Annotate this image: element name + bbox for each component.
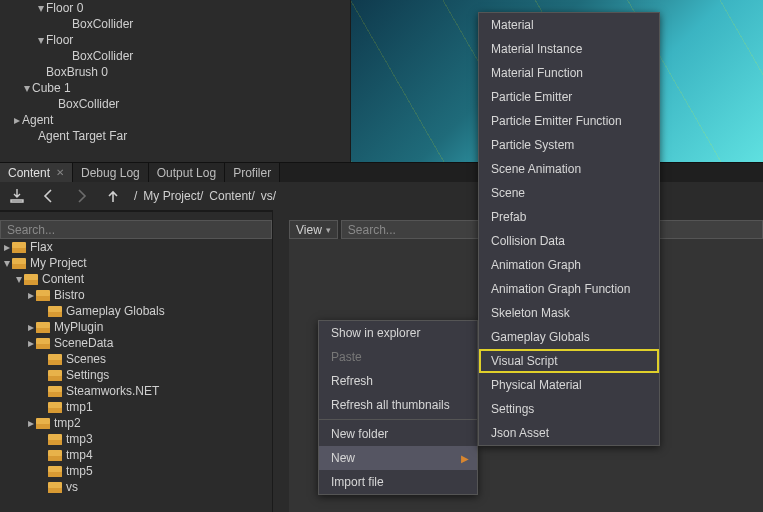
tab-output-log[interactable]: Output Log — [149, 163, 225, 182]
menu-item-label: Scene — [491, 186, 525, 200]
menu-item-label: Import file — [331, 475, 384, 489]
menu-item[interactable]: Material — [479, 13, 659, 37]
menu-item[interactable]: Settings — [479, 397, 659, 421]
tree-item[interactable]: Steamworks.NET — [0, 383, 272, 399]
menu-item[interactable]: Collision Data — [479, 229, 659, 253]
nav-up-icon[interactable] — [102, 185, 124, 207]
breadcrumb[interactable]: /My Project/Content/vs/ — [134, 189, 276, 203]
menu-item[interactable]: Physical Material — [479, 373, 659, 397]
expand-toggle-icon[interactable]: ▾ — [36, 0, 46, 16]
tab-content[interactable]: Content✕ — [0, 163, 73, 182]
tree-item-label: tmp1 — [66, 400, 93, 414]
folder-icon — [12, 242, 26, 253]
expand-toggle-icon[interactable]: ▸ — [2, 240, 12, 254]
expand-toggle-icon[interactable]: ▸ — [12, 112, 22, 128]
scene-item-label: Agent — [22, 112, 53, 128]
tab-label: Debug Log — [81, 166, 140, 180]
project-search-input[interactable]: Search... — [0, 220, 272, 239]
tree-item[interactable]: tmp1 — [0, 399, 272, 415]
tree-item[interactable]: ▸MyPlugin — [0, 319, 272, 335]
menu-item[interactable]: New▶ — [319, 446, 477, 470]
folder-icon — [48, 354, 62, 365]
menu-item[interactable]: Json Asset — [479, 421, 659, 445]
tree-item-label: MyPlugin — [54, 320, 103, 334]
breadcrumb-segment[interactable]: vs/ — [261, 189, 276, 203]
tab-debug-log[interactable]: Debug Log — [73, 163, 149, 182]
menu-item-label: Particle Emitter Function — [491, 114, 622, 128]
menu-item[interactable]: New folder — [319, 422, 477, 446]
scene-item[interactable]: BoxCollider — [0, 48, 350, 64]
tree-item[interactable]: vs — [0, 479, 272, 495]
close-icon[interactable]: ✕ — [56, 167, 64, 178]
expand-toggle-icon[interactable]: ▾ — [22, 80, 32, 96]
menu-item[interactable]: Gameplay Globals — [479, 325, 659, 349]
menu-item[interactable]: Visual Script — [479, 349, 659, 373]
menu-item-label: Refresh all thumbnails — [331, 398, 450, 412]
scene-item[interactable]: BoxBrush 0 — [0, 64, 350, 80]
menu-item[interactable]: Refresh all thumbnails — [319, 393, 477, 417]
scene-item[interactable]: ▾Floor 0 — [0, 0, 350, 16]
tree-item[interactable]: ▸Flax — [0, 239, 272, 255]
tree-item[interactable]: tmp4 — [0, 447, 272, 463]
nav-forward-icon[interactable] — [70, 185, 92, 207]
menu-item[interactable]: Particle System — [479, 133, 659, 157]
menu-item[interactable]: Skeleton Mask — [479, 301, 659, 325]
menu-item: Paste — [319, 345, 477, 369]
expand-toggle-icon[interactable]: ▾ — [36, 32, 46, 48]
tree-item-label: Steamworks.NET — [66, 384, 159, 398]
tree-item[interactable]: Settings — [0, 367, 272, 383]
menu-item[interactable]: Material Function — [479, 61, 659, 85]
tree-item-label: Content — [42, 272, 84, 286]
tree-item[interactable]: Scenes — [0, 351, 272, 367]
expand-toggle-icon[interactable]: ▸ — [26, 288, 36, 302]
expand-toggle-icon[interactable]: ▸ — [26, 320, 36, 334]
tree-item[interactable]: ▸tmp2 — [0, 415, 272, 431]
menu-item[interactable]: Scene Animation — [479, 157, 659, 181]
expand-toggle-icon[interactable]: ▾ — [14, 272, 24, 286]
expand-toggle-icon[interactable]: ▾ — [2, 256, 12, 270]
scene-item[interactable]: Agent Target Far — [0, 128, 350, 144]
tree-item[interactable]: ▾Content — [0, 271, 272, 287]
menu-item[interactable]: Show in explorer — [319, 321, 477, 345]
scene-item[interactable]: ▾Cube 1 — [0, 80, 350, 96]
tree-item[interactable]: ▸Bistro — [0, 287, 272, 303]
breadcrumb-segment[interactable]: My Project/ — [143, 189, 203, 203]
scene-item[interactable]: ▸Agent — [0, 112, 350, 128]
nav-back-icon[interactable] — [38, 185, 60, 207]
menu-item[interactable]: Prefab — [479, 205, 659, 229]
scene-item[interactable]: BoxCollider — [0, 16, 350, 32]
scene-item[interactable]: ▾Floor — [0, 32, 350, 48]
expand-toggle-icon[interactable]: ▸ — [26, 336, 36, 350]
menu-item[interactable]: Scene — [479, 181, 659, 205]
tree-item[interactable]: Gameplay Globals — [0, 303, 272, 319]
menu-item-label: Particle System — [491, 138, 574, 152]
menu-item[interactable]: Animation Graph Function — [479, 277, 659, 301]
tree-item[interactable]: ▸SceneData — [0, 335, 272, 351]
menu-item[interactable]: Refresh — [319, 369, 477, 393]
import-icon[interactable] — [6, 185, 28, 207]
menu-item-label: New — [331, 451, 355, 465]
tab-label: Content — [8, 166, 50, 180]
menu-item[interactable]: Particle Emitter — [479, 85, 659, 109]
view-button[interactable]: View ▾ — [289, 220, 338, 239]
menu-item-label: Prefab — [491, 210, 526, 224]
scene-item[interactable]: BoxCollider — [0, 96, 350, 112]
menu-item[interactable]: Particle Emitter Function — [479, 109, 659, 133]
tree-item-label: Flax — [30, 240, 53, 254]
expand-toggle-icon[interactable]: ▸ — [26, 416, 36, 430]
breadcrumb-segment[interactable]: / — [134, 189, 137, 203]
tree-item[interactable]: ▾My Project — [0, 255, 272, 271]
tree-item[interactable]: tmp3 — [0, 431, 272, 447]
context-menu: Show in explorerPasteRefreshRefresh all … — [318, 320, 478, 495]
chevron-down-icon: ▾ — [326, 225, 331, 235]
tree-item[interactable]: tmp5 — [0, 463, 272, 479]
menu-item-label: Scene Animation — [491, 162, 581, 176]
menu-item[interactable]: Material Instance — [479, 37, 659, 61]
menu-item[interactable]: Animation Graph — [479, 253, 659, 277]
project-tree: ▸Flax▾My Project▾Content▸BistroGameplay … — [0, 239, 272, 512]
menu-item[interactable]: Import file — [319, 470, 477, 494]
menu-item-label: Skeleton Mask — [491, 306, 570, 320]
tab-profiler[interactable]: Profiler — [225, 163, 280, 182]
menu-item-label: Particle Emitter — [491, 90, 572, 104]
breadcrumb-segment[interactable]: Content/ — [209, 189, 254, 203]
